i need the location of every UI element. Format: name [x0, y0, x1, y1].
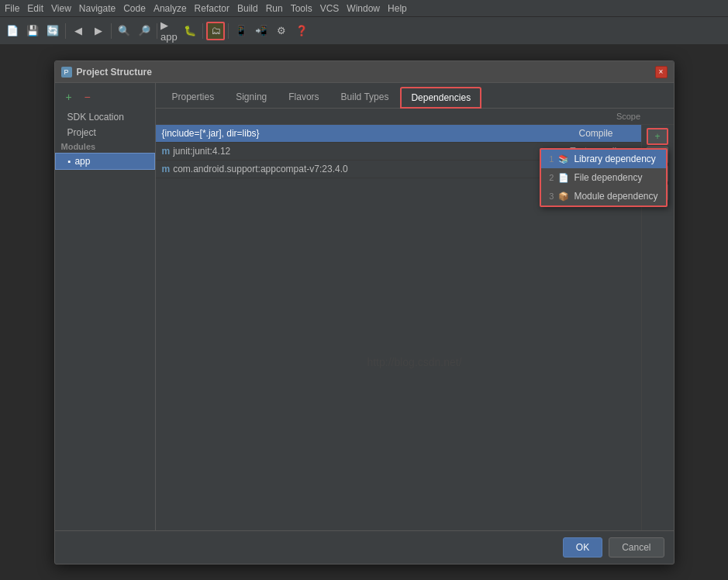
toolbar-sync[interactable]: 🔄 [43, 22, 62, 40]
toolbar-help[interactable]: ❓ [292, 22, 311, 40]
dropdown-item-2-label: File dependency [574, 172, 642, 183]
menu-vcs[interactable]: VCS [320, 3, 340, 14]
toolbar-avd[interactable]: 📲 [252, 22, 271, 40]
sidebar-item-sdk-location[interactable]: SDK Location [55, 109, 155, 125]
menu-window[interactable]: Window [347, 3, 380, 14]
dialog-footer: OK Cancel [55, 530, 674, 564]
dep-maven-icon-1: m [162, 146, 171, 157]
tab-flavors[interactable]: Flavors [278, 87, 329, 109]
tab-dependencies[interactable]: Dependencies [400, 87, 481, 109]
sidebar-item-app[interactable]: ▪ app [55, 153, 155, 170]
toolbar-project-structure[interactable]: 🗂 [206, 22, 225, 40]
dep-maven-icon-2: m [162, 164, 171, 174]
dropdown-item-1-label: Library dependency [574, 154, 655, 164]
sidebar-toolbar: + − [55, 89, 155, 109]
sidebar: + − SDK Location Project Modules ▪ app [55, 83, 156, 530]
toolbar-sep1 [65, 23, 66, 39]
sidebar-item-project-label: Project [67, 127, 96, 138]
dep-name-2: com.android.support:appcompat-v7:23.4.0 [173, 164, 557, 174]
menu-file[interactable]: File [5, 3, 19, 14]
dependencies-area: Scope {include=[*.jar], dir=libs} Compil… [156, 109, 674, 530]
toolbar-sep5 [228, 23, 229, 39]
toolbar-forward[interactable]: ▶ [89, 22, 108, 40]
project-structure-dialog: P Project Structure × + − SDK Location P… [54, 60, 675, 564]
file-icon: 📄 [558, 173, 569, 183]
dropdown-item-1-num: 1 [549, 154, 554, 164]
sidebar-add-button[interactable]: + [61, 89, 77, 105]
dropdown-item-2-num: 2 [549, 173, 554, 182]
menu-view[interactable]: View [51, 3, 71, 14]
toolbar: 📄 💾 🔄 ◀ ▶ 🔍 🔎 ▶ app 🐛 🗂 📱 📲 ⚙ ❓ [0, 17, 728, 45]
dep-table-header: Scope [156, 109, 674, 125]
menu-code[interactable]: Code [123, 3, 146, 14]
sidebar-item-sdk-label: SDK Location [67, 112, 124, 123]
sidebar-item-project[interactable]: Project [55, 125, 155, 140]
watermark-text: http://blog.csdn.net/ [367, 356, 461, 368]
dep-name-1: junit:junit:4.12 [173, 146, 557, 157]
dialog-title: Project Structure [77, 67, 152, 78]
ok-button[interactable]: OK [563, 537, 602, 558]
module-dep-icon: 📦 [558, 192, 569, 202]
toolbar-app-run[interactable]: ▶ app [160, 22, 179, 40]
dialog-title-left: P Project Structure [61, 67, 152, 78]
module-icon: ▪ [68, 157, 71, 166]
toolbar-replace[interactable]: 🔎 [135, 22, 154, 40]
sidebar-section-modules: Modules [55, 140, 155, 153]
dep-scope-0: Compile [557, 128, 635, 139]
menu-edit[interactable]: Edit [27, 3, 43, 14]
dialog-titlebar: P Project Structure × [55, 61, 674, 83]
toolbar-settings[interactable]: ⚙ [272, 22, 291, 40]
dep-action-buttons: + − ↑ ↓ 1 📚 Library dependency [641, 125, 674, 530]
cancel-button[interactable]: Cancel [609, 537, 664, 558]
menu-refactor[interactable]: Refactor [195, 3, 229, 14]
dep-add-button[interactable]: + [647, 128, 668, 145]
sidebar-item-app-label: app [74, 156, 90, 167]
menu-tools[interactable]: Tools [291, 3, 312, 14]
dropdown-item-3-num: 3 [549, 192, 554, 201]
menu-bar: File Edit View Navigate Code Analyze Ref… [0, 0, 728, 17]
toolbar-back[interactable]: ◀ [69, 22, 88, 40]
dropdown-item-module[interactable]: 3 📦 Module dependency [541, 187, 665, 205]
dep-name-0: {include=[*.jar], dir=libs} [162, 128, 557, 139]
scope-header-label: Scope [590, 112, 668, 121]
menu-build[interactable]: Build [237, 3, 258, 14]
dropdown-item-library[interactable]: 1 📚 Library dependency [541, 150, 665, 168]
dialog-close-button[interactable]: × [655, 66, 668, 78]
tab-signing[interactable]: Signing [226, 87, 277, 109]
main-content: Properties Signing Flavors Build Types D… [156, 83, 674, 530]
toolbar-save[interactable]: 💾 [23, 22, 42, 40]
dialog-body: + − SDK Location Project Modules ▪ app [55, 83, 674, 530]
menu-run[interactable]: Run [266, 3, 283, 14]
dep-dropdown-menu: 1 📚 Library dependency 2 📄 File dependen… [540, 148, 667, 207]
library-icon: 📚 [558, 154, 569, 164]
toolbar-sdk[interactable]: 📱 [232, 22, 250, 40]
tab-properties[interactable]: Properties [162, 87, 225, 109]
dialog-icon: P [61, 67, 72, 78]
toolbar-sep4 [202, 23, 203, 39]
tabs-bar: Properties Signing Flavors Build Types D… [156, 83, 674, 109]
menu-help[interactable]: Help [388, 3, 407, 14]
modal-overlay: P Project Structure × + − SDK Location P… [0, 45, 728, 580]
tab-build-types[interactable]: Build Types [331, 87, 399, 109]
dep-item-0[interactable]: {include=[*.jar], dir=libs} Compile [156, 125, 641, 143]
toolbar-search[interactable]: 🔍 [115, 22, 133, 40]
dropdown-item-file[interactable]: 2 📄 File dependency [541, 168, 665, 187]
toolbar-sep2 [111, 23, 112, 39]
toolbar-debug[interactable]: 🐛 [181, 22, 199, 40]
sidebar-remove-button[interactable]: − [80, 89, 95, 105]
menu-navigate[interactable]: Navigate [79, 3, 116, 14]
table-actions-wrapper: {include=[*.jar], dir=libs} Compile m ju… [156, 125, 674, 530]
dropdown-item-3-label: Module dependency [574, 191, 657, 202]
toolbar-sep3 [157, 23, 157, 39]
menu-analyze[interactable]: Analyze [154, 3, 187, 14]
toolbar-new-file[interactable]: 📄 [3, 22, 22, 40]
